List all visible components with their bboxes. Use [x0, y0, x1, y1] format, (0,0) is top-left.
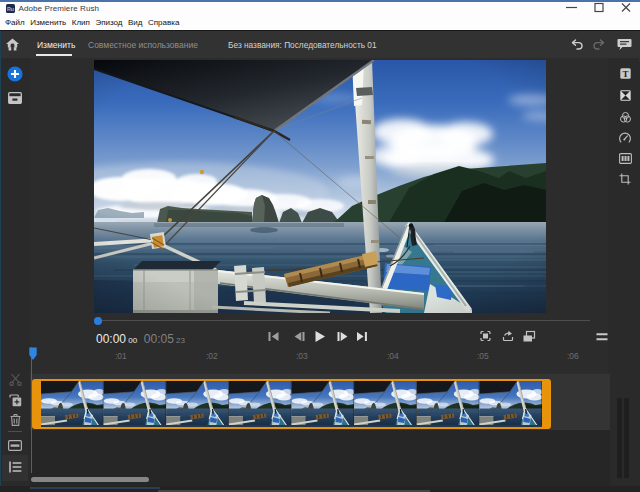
svg-text:T: T — [622, 69, 628, 79]
svg-text:Ru: Ru — [7, 6, 14, 12]
